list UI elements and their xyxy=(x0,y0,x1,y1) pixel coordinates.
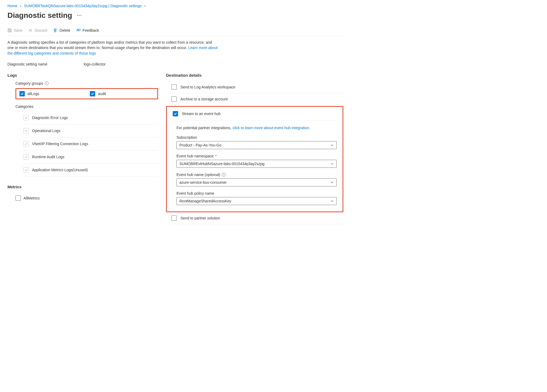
chevron-down-icon xyxy=(331,199,334,203)
audit-label: audit xyxy=(98,92,106,96)
page-title-text: Diagnostic setting xyxy=(7,11,72,20)
eventhub-highlight: Stream to an event hub For potential par… xyxy=(166,106,343,212)
category-label: Runtime Audit Logs xyxy=(32,155,64,159)
namespace-select[interactable]: SUMOBREvtHubNSazure-labs-0015434p3ay2szp… xyxy=(176,160,337,168)
category-label: Diagnostic Error Logs xyxy=(32,116,68,120)
breadcrumb: Home › SUMOBRTaskQNSazure-labs-0015434p3… xyxy=(7,4,343,8)
eventhub-note: For potential partner integrations, clic… xyxy=(176,126,337,130)
feedback-icon xyxy=(76,28,81,32)
delete-label: Delete xyxy=(59,28,70,32)
log-analytics-label: Send to Log Analytics workspace xyxy=(180,85,235,89)
destination-heading: Destination details xyxy=(166,73,343,77)
toolbar: Save Discard Delete Feedback xyxy=(7,28,343,36)
subscription-value: Product - Pay-As-You-Go xyxy=(179,143,221,147)
setting-name-label: Diagnostic setting name xyxy=(7,62,83,66)
alllogs-checkbox[interactable] xyxy=(19,91,25,96)
storage-label: Archive to a storage account xyxy=(180,97,228,101)
save-button[interactable]: Save xyxy=(7,28,22,32)
dest-partner-row: Send to partner solution xyxy=(170,212,343,224)
eventhub-learn-link[interactable]: click to learn more about event hub inte… xyxy=(232,126,310,130)
description: A diagnostic setting specifies a list of… xyxy=(7,40,218,56)
allmetrics-label: AllMetrics xyxy=(23,196,40,200)
category-label: Operational Logs xyxy=(32,129,61,133)
trash-icon xyxy=(53,28,57,32)
policy-value: RootManageSharedAccessKey xyxy=(179,199,231,203)
category-checkbox xyxy=(23,128,29,133)
category-row: Application Metrics Logs(Unused) xyxy=(23,164,158,177)
svg-point-0 xyxy=(77,29,78,30)
namespace-label: Event hub namespace * xyxy=(176,154,337,158)
chevron-right-icon: › xyxy=(20,4,21,8)
discard-label: Discard xyxy=(35,28,47,32)
category-groups-highlight: allLogs audit xyxy=(15,88,158,99)
delete-button[interactable]: Delete xyxy=(53,28,70,32)
subscription-label: Subscription xyxy=(176,135,337,140)
metrics-heading: Metrics xyxy=(7,185,158,189)
chevron-down-icon xyxy=(331,181,334,184)
partner-label: Send to partner solution xyxy=(180,216,220,220)
info-icon[interactable]: i xyxy=(222,173,226,177)
namespace-value: SUMOBREvtHubNSazure-labs-0015434p3ay2szp… xyxy=(179,162,264,166)
eh-name-value: azure-service-bus-consumer xyxy=(179,180,227,185)
category-checkbox xyxy=(23,115,29,120)
save-icon xyxy=(7,28,12,32)
chevron-down-icon xyxy=(331,144,334,147)
setting-name-row: Diagnostic setting name xyxy=(7,62,343,67)
more-actions-icon[interactable]: ··· xyxy=(77,13,82,18)
category-row: Runtime Audit Logs xyxy=(23,150,158,164)
dest-log-analytics-row: Send to Log Analytics workspace xyxy=(170,81,343,93)
breadcrumb-home[interactable]: Home xyxy=(7,4,17,8)
breadcrumb-resource[interactable]: SUMOBRTaskQNSazure-labs-0015434p3ay2szpg… xyxy=(24,4,142,8)
eventhub-label: Stream to an event hub xyxy=(182,112,221,116)
dest-storage-row: Archive to a storage account xyxy=(170,93,343,105)
category-label: VNet/IP Filtering Connection Logs xyxy=(32,142,88,146)
eventhub-checkbox[interactable] xyxy=(173,111,178,116)
chevron-right-icon: › xyxy=(144,4,146,8)
eh-name-select[interactable]: azure-service-bus-consumer xyxy=(176,178,337,186)
feedback-button[interactable]: Feedback xyxy=(76,28,99,32)
discard-button[interactable]: Discard xyxy=(28,28,47,32)
eh-name-label: Event hub name (optional) i xyxy=(176,173,337,177)
subscription-select[interactable]: Product - Pay-As-You-Go xyxy=(176,141,337,149)
page-title: Diagnostic setting ··· xyxy=(7,11,343,20)
storage-checkbox[interactable] xyxy=(171,96,177,102)
close-icon xyxy=(28,28,33,32)
category-checkbox xyxy=(23,167,29,173)
category-checkbox xyxy=(23,154,29,160)
description-text: A diagnostic setting specifies a list of… xyxy=(7,40,212,50)
save-label: Save xyxy=(14,28,22,32)
category-row: Diagnostic Error Logs xyxy=(23,111,158,124)
feedback-label: Feedback xyxy=(83,28,99,32)
category-groups-label: Category groups i xyxy=(15,81,158,85)
policy-label: Event hub policy name xyxy=(176,191,337,195)
category-checkbox xyxy=(23,141,29,146)
log-analytics-checkbox[interactable] xyxy=(171,84,177,90)
setting-name-input[interactable] xyxy=(83,62,131,67)
categories-label: Categories xyxy=(15,104,158,109)
policy-select[interactable]: RootManageSharedAccessKey xyxy=(176,197,337,205)
category-row: Operational Logs xyxy=(23,124,158,137)
chevron-down-icon xyxy=(331,162,334,165)
partner-checkbox[interactable] xyxy=(171,215,177,221)
alllogs-label: allLogs xyxy=(27,92,39,96)
category-row: VNet/IP Filtering Connection Logs xyxy=(23,137,158,150)
logs-heading: Logs xyxy=(7,73,158,77)
info-icon[interactable]: i xyxy=(45,81,49,85)
audit-checkbox[interactable] xyxy=(90,91,95,96)
allmetrics-checkbox[interactable] xyxy=(15,195,21,201)
category-label: Application Metrics Logs(Unused) xyxy=(32,168,88,172)
